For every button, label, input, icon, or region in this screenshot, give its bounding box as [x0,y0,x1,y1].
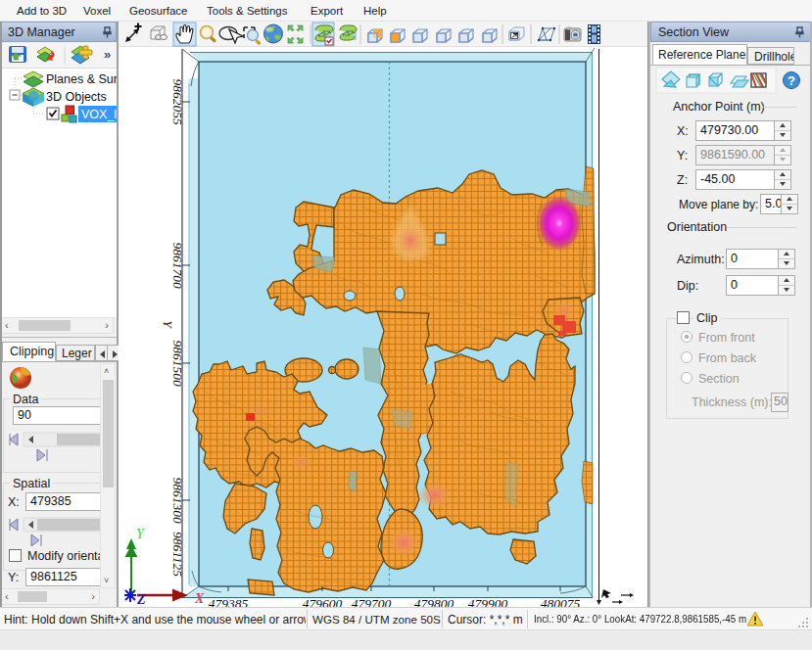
svg-text:479385: 479385 [209,596,249,607]
svg-text:Y: Y [161,320,175,329]
svg-text:?: ? [788,73,795,88]
svg-text:X: X [194,591,205,606]
svg-text:VOX_li: VOX_li [81,108,117,121]
svg-text:Y: Y [136,527,146,541]
svg-text:»: » [104,47,111,62]
svg-text:479600: 479600 [303,596,343,607]
svg-text:Z: Z [136,592,146,607]
svg-text:479900: 479900 [468,596,508,607]
svg-text:480075: 480075 [541,596,581,607]
svg-text:9861125: 9861125 [170,532,185,577]
svg-text:479700: 479700 [352,596,392,607]
svg-text:479800: 479800 [414,596,454,607]
svg-text:3D Objects: 3D Objects [46,90,107,104]
svg-text:Planes & Surfac: Planes & Surfac [46,72,117,86]
